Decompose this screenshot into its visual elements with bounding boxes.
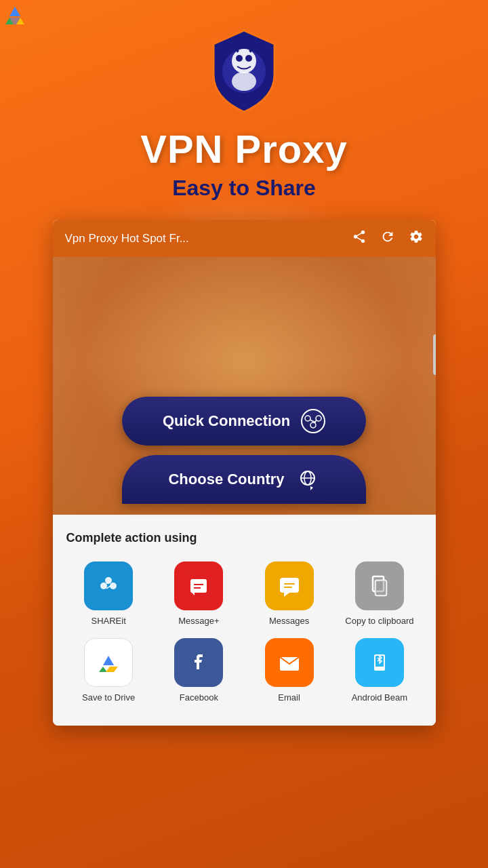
svg-point-3 [245,55,252,62]
header-section: VPN Proxy Easy to Share [140,0,348,220]
choose-country-button[interactable]: Choose Country [122,455,366,504]
quick-connection-label: Quick Connection [163,412,290,430]
svg-point-2 [236,55,243,62]
app-title: VPN Proxy [140,126,348,172]
email-label: Email [278,692,300,704]
app-content: Quick Connection Choose Country [53,257,436,515]
messageplus-icon [174,561,223,610]
svg-rect-21 [190,579,207,593]
app-subtitle: Easy to Share [172,176,316,201]
facebook-icon [174,638,223,687]
app-logo [207,27,281,115]
email-icon [265,638,314,687]
settings-icon[interactable] [409,229,424,248]
share-grid-row2: Save to Drive Facebook [66,638,422,704]
messageplus-label: Message+ [178,616,219,627]
facebook-label: Facebook [180,692,218,704]
toolbar-app-name: Vpn Proxy Hot Spot Fr... [65,232,352,245]
svg-point-6 [305,416,310,421]
facebook-item[interactable]: Facebook [157,638,241,704]
drive-icon [84,638,133,687]
svg-point-8 [310,422,316,428]
beam-item[interactable]: Android Beam [337,638,422,704]
clipboard-icon [355,561,404,610]
clipboard-item[interactable]: Copy to clipboard [337,561,422,627]
choose-country-label: Choose Country [168,471,284,488]
shareit-label: SHAREit [91,616,125,627]
shareit-icon [84,561,133,610]
messages-item[interactable]: Messages [247,561,331,627]
beam-label: Android Beam [352,692,407,704]
share-icon[interactable] [352,229,367,248]
svg-point-4 [232,72,256,91]
svg-point-14 [95,572,122,599]
drive-item[interactable]: Save to Drive [66,638,151,704]
email-item[interactable]: Email [247,638,331,704]
svg-point-42 [378,668,381,671]
svg-point-1 [232,49,256,73]
quick-connection-button[interactable]: Quick Connection [122,397,366,446]
svg-rect-27 [284,583,295,585]
svg-point-15 [100,583,107,589]
phone-toolbar: Vpn Proxy Hot Spot Fr... [53,220,436,257]
drive-label: Save to Drive [82,692,135,704]
svg-point-17 [110,583,117,589]
beam-icon [355,638,404,687]
phone-mockup: Vpn Proxy Hot Spot Fr... [53,220,436,726]
refresh-icon[interactable] [380,229,395,248]
svg-rect-26 [280,578,299,593]
scroll-indicator [433,334,436,375]
clipboard-label: Copy to clipboard [345,616,413,627]
messages-label: Messages [269,616,309,627]
messageplus-item[interactable]: Message+ [157,561,241,627]
share-sheet-title: Complete action using [66,531,422,545]
toolbar-icons [352,229,424,248]
share-grid-row1: SHAREit Message+ [66,561,422,627]
share-sheet: Complete action using SHAREit [53,515,436,726]
svg-rect-28 [284,587,292,588]
shareit-item[interactable]: SHAREit [66,561,151,627]
messages-icon [265,561,314,610]
